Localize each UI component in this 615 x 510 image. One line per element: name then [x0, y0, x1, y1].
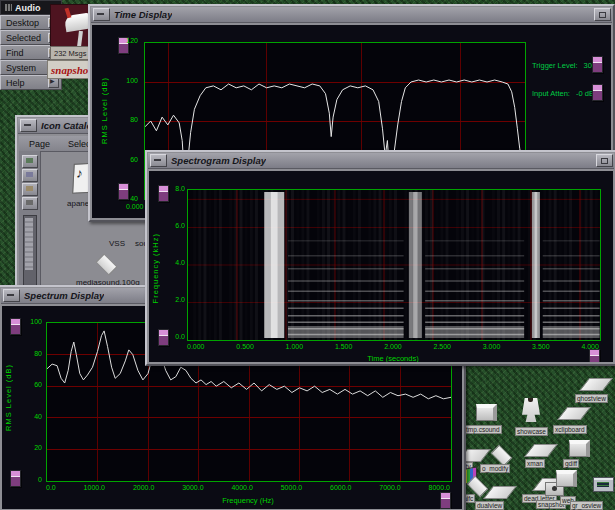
icon-label-showcase[interactable]: showcase — [515, 427, 548, 436]
spectrogram-ytick-label: 6.0 — [175, 222, 185, 230]
spectrum-ytick-label: 60 — [34, 381, 42, 389]
minimize-icon[interactable] — [150, 154, 167, 167]
icon-label-ghostview[interactable]: ghostview — [575, 394, 608, 403]
spectrogram-display-titlebar[interactable]: Spectrogram Display — [148, 153, 614, 169]
spectrogram-xticks: 0.0000.5001.0001.5002.0002.5003.0003.500… — [187, 343, 599, 350]
catalog-view-button-2[interactable] — [22, 169, 38, 182]
spectrum-range-slider[interactable] — [440, 492, 451, 509]
spectrum-display-title: Spectrum Display — [24, 290, 104, 301]
spectrogram-xtick-label: 1.500 — [335, 343, 353, 350]
toolchest-item-label: Find — [6, 48, 24, 58]
submenu-arrow-icon — [48, 78, 59, 88]
spectrogram-ytick-label: 4.0 — [175, 259, 185, 267]
spectrogram-yticks: 8.06.04.02.00.0 — [162, 185, 185, 341]
spectrogram-image — [188, 190, 600, 340]
mediasound.100g-icon[interactable] — [96, 254, 118, 276]
icon-label-xman[interactable]: xman — [525, 459, 545, 468]
icon-label-gdiff[interactable]: gdiff — [563, 459, 579, 468]
time-yticks: 120100806040 — [92, 37, 138, 203]
catalog-scrollbar-thumb[interactable] — [25, 218, 33, 270]
xman-icon[interactable] — [524, 444, 558, 457]
mailbox-post-icon — [77, 31, 83, 47]
spectrogram-xtick-label: 2.500 — [433, 343, 451, 350]
mailbox-flag-icon — [65, 8, 72, 19]
spectrum-xtick-label: 3000.0 — [182, 484, 203, 491]
desktop: ghostviewtmp.csoundshowcasexclipboardxma… — [0, 0, 615, 510]
spectrogram-xtick-label: 1.000 — [286, 343, 304, 350]
showcase-icon[interactable] — [522, 398, 540, 422]
spectrogram-yaxis-label: Frequency (kHz) — [151, 233, 160, 303]
spectrogram-xtick-label: 0.000 — [187, 343, 205, 350]
grip-icon — [5, 4, 12, 11]
ghostview-icon[interactable] — [579, 378, 613, 391]
spectrum-xaxis-label: Frequency (Hz) — [46, 496, 450, 505]
spectrogram-xtick-label: 0.500 — [236, 343, 254, 350]
spectrogram-xtick-label: 2.000 — [384, 343, 402, 350]
minimize-icon[interactable] — [20, 119, 37, 132]
toolchest-item-label: Desktop — [6, 18, 39, 28]
spectrum-ytick-label: 20 — [34, 444, 42, 452]
catalog-view-button-4[interactable] — [22, 197, 38, 210]
time-display-title: Time Display — [114, 9, 172, 20]
tmp.csound-icon[interactable] — [476, 404, 497, 421]
spectrum-xtick-label: 8000.0 — [429, 484, 450, 491]
spectrogram-xtick-label: 3.000 — [483, 343, 501, 350]
icon-label-VSS[interactable]: VSS — [109, 239, 125, 248]
gdiff-icon[interactable] — [569, 440, 590, 457]
spectrum-xtick-label: 5000.0 — [281, 484, 302, 491]
spectrum-xtick-label: 6000.0 — [330, 484, 351, 491]
catalog-view-button-1[interactable] — [22, 155, 38, 168]
web-icon[interactable] — [556, 470, 577, 487]
icon-label-gr_osview[interactable]: gr_osview — [570, 501, 603, 510]
time-display-titlebar[interactable]: Time Display — [91, 7, 612, 23]
menu-page[interactable]: Page — [29, 139, 50, 149]
spectrum-xtick-label: 4000.0 — [231, 484, 252, 491]
maximize-icon[interactable] — [596, 154, 613, 167]
xclipboard-icon[interactable] — [557, 407, 591, 420]
time-ytick-label: 60 — [130, 156, 138, 164]
gr_osview-icon[interactable] — [593, 477, 614, 492]
spectrogram-display-window: Spectrogram Display Frequency (kHz) 8.06… — [145, 150, 615, 366]
spectrum-xtick-label: 0.0 — [46, 484, 56, 491]
spectrogram-display-title: Spectrogram Display — [171, 155, 266, 166]
spectrogram-ytick-label: 8.0 — [175, 185, 185, 193]
toolchest-item-label: Help — [6, 78, 25, 88]
spectrogram-display-content: Frequency (kHz) 8.06.04.02.00.0 0.0000.5… — [149, 171, 613, 362]
spectrogram-plot — [187, 189, 601, 341]
icon-catalog-toolbar — [19, 151, 41, 295]
spectrum-ytick-label: 0 — [38, 476, 42, 484]
time-ytick-label: 120 — [126, 37, 138, 45]
catalog-view-button-3[interactable] — [22, 183, 38, 196]
minimize-icon[interactable] — [3, 289, 20, 302]
spectrogram-xaxis-label: Time (seconds) — [187, 354, 599, 362]
toolchest-header-label: Audio — [15, 3, 41, 13]
trigger-level-slider[interactable] — [592, 56, 603, 73]
spectrogram-ytick-label: 2.0 — [175, 296, 185, 304]
toolchest-item-label: Selected — [6, 33, 41, 43]
time-ytick-label: 80 — [130, 116, 138, 124]
icon-label-xclipboard[interactable]: xclipboard — [553, 425, 587, 434]
spectrum-yticks: 100806040200 — [16, 318, 42, 484]
maximize-icon[interactable] — [594, 8, 611, 21]
spectrum-ytick-label: 40 — [34, 413, 42, 421]
input-atten-row: Input Atten: -0 dB — [532, 89, 594, 98]
spectrum-xtick-label: 1000.0 — [84, 484, 105, 491]
icon-label-tmp.csound[interactable]: tmp.csound — [464, 425, 502, 434]
toolchest-item-label: System — [6, 63, 36, 73]
icon-label-dualview[interactable]: dualview — [475, 501, 504, 510]
time-ytick-label: 40 — [130, 195, 138, 203]
spectrum-xtick-label: 7000.0 — [379, 484, 400, 491]
spectrum-xtick-label: 2000.0 — [133, 484, 154, 491]
time-ytick-label: 100 — [126, 77, 138, 85]
spectrogram-xtick-label: 3.500 — [532, 343, 550, 350]
catalog-scrollbar[interactable] — [23, 215, 37, 295]
input-atten-label: Input Atten: — [532, 89, 570, 98]
spectrogram-range-slider[interactable] — [589, 349, 600, 362]
spectrum-xticks: 0.01000.02000.03000.04000.05000.06000.07… — [46, 484, 450, 491]
spectrum-ytick-label: 80 — [34, 350, 42, 358]
spectrum-yaxis-label: RMS Level (dB) — [4, 364, 13, 431]
icon-label-o_modify[interactable]: o_modify — [480, 464, 510, 473]
time-xtick-first: 0.000 — [126, 203, 144, 210]
minimize-icon[interactable] — [93, 8, 110, 21]
input-atten-slider[interactable] — [592, 84, 603, 101]
